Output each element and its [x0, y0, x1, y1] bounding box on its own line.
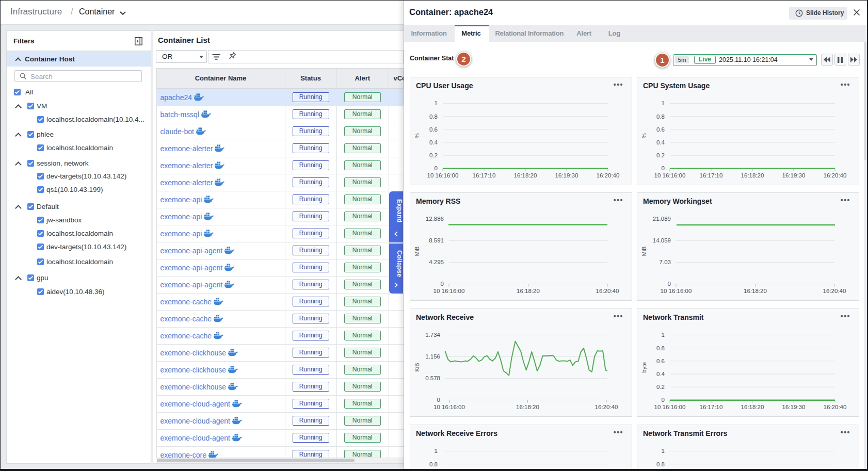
svg-text:0: 0	[441, 281, 444, 287]
svg-text:16:19:30: 16:19:30	[782, 172, 806, 178]
svg-text:14.059: 14.059	[653, 238, 671, 244]
svg-text:16:18:20: 16:18:20	[517, 288, 540, 294]
svg-text:16:18:20: 16:18:20	[741, 404, 764, 410]
svg-text:16:17:10: 16:17:10	[473, 172, 496, 178]
svg-text:7.03: 7.03	[660, 259, 671, 266]
svg-text:0.6: 0.6	[429, 126, 438, 132]
svg-text:16:20:40: 16:20:40	[595, 404, 618, 410]
svg-text:1: 1	[662, 448, 665, 454]
svg-text:0.8: 0.8	[656, 345, 665, 351]
svg-text:0.6: 0.6	[656, 358, 665, 364]
svg-text:0: 0	[662, 165, 665, 171]
svg-text:0.2: 0.2	[656, 384, 665, 390]
svg-text:1: 1	[435, 448, 438, 454]
svg-text:1: 1	[662, 332, 665, 338]
svg-text:%: %	[641, 133, 647, 138]
svg-text:0.4: 0.4	[429, 139, 438, 145]
svg-text:16:18:20: 16:18:20	[744, 288, 767, 294]
svg-text:MiB: MiB	[414, 247, 420, 256]
svg-text:16:17:10: 16:17:10	[700, 404, 723, 410]
svg-text:0: 0	[668, 281, 671, 287]
svg-text:0.4: 0.4	[656, 371, 665, 377]
svg-text:16:20:40: 16:20:40	[597, 172, 620, 178]
svg-text:10 16:16:00: 10 16:16:00	[654, 172, 686, 178]
svg-text:10 16:16:00: 10 16:16:00	[433, 404, 465, 410]
svg-text:0: 0	[437, 397, 440, 403]
svg-text:%: %	[414, 133, 420, 138]
svg-text:10 16:16:00: 10 16:16:00	[661, 288, 692, 294]
svg-text:10 16:16:00: 10 16:16:00	[433, 288, 465, 294]
svg-text:16:18:20: 16:18:20	[514, 172, 537, 178]
svg-text:0.2: 0.2	[656, 152, 665, 158]
svg-text:0.8: 0.8	[656, 113, 665, 119]
svg-text:0.4: 0.4	[656, 139, 665, 145]
svg-text:0.8: 0.8	[429, 461, 438, 467]
svg-text:0: 0	[662, 397, 665, 403]
svg-text:16:18:20: 16:18:20	[516, 404, 539, 410]
svg-text:1: 1	[435, 100, 438, 106]
svg-text:KiB: KiB	[414, 363, 420, 371]
svg-text:12.886: 12.886	[426, 216, 444, 222]
svg-text:8.591: 8.591	[429, 238, 444, 244]
svg-text:1.734: 1.734	[425, 332, 440, 338]
svg-text:16:20:40: 16:20:40	[824, 404, 847, 410]
svg-text:10 16:16:00: 10 16:16:00	[654, 404, 686, 410]
svg-text:16:19:30: 16:19:30	[782, 404, 806, 410]
svg-text:16:18:20: 16:18:20	[741, 172, 764, 178]
svg-text:0.578: 0.578	[425, 375, 440, 381]
svg-text:10 16:16:00: 10 16:16:00	[427, 172, 459, 178]
svg-text:21.089: 21.089	[653, 216, 671, 222]
svg-text:16:19:30: 16:19:30	[555, 172, 578, 178]
svg-text:0.8: 0.8	[429, 113, 438, 119]
svg-text:MiB: MiB	[641, 247, 647, 256]
svg-text:byte: byte	[641, 362, 647, 373]
svg-text:1: 1	[662, 100, 665, 106]
svg-text:0.2: 0.2	[429, 152, 438, 158]
svg-text:16:20:40: 16:20:40	[823, 288, 846, 294]
svg-text:0.6: 0.6	[656, 126, 665, 132]
svg-text:4.295: 4.295	[429, 259, 444, 266]
svg-text:16:17:10: 16:17:10	[700, 172, 723, 178]
svg-text:16:20:40: 16:20:40	[596, 288, 619, 294]
svg-text:0.8: 0.8	[656, 461, 665, 467]
svg-text:16:20:40: 16:20:40	[824, 172, 847, 178]
svg-text:1.156: 1.156	[425, 353, 440, 360]
svg-text:0: 0	[435, 165, 438, 171]
